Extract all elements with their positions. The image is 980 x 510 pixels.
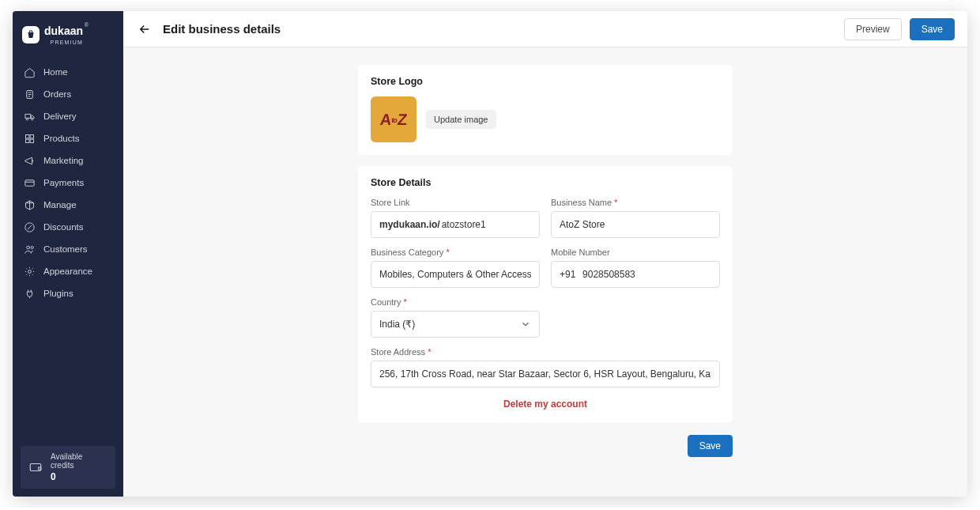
store-address-input[interactable] xyxy=(371,361,720,387)
app-shell: dukaan ® PREMIUM Home Orders Delivery Pr… xyxy=(13,11,967,497)
svg-rect-4 xyxy=(30,134,33,138)
main: Edit business details Preview Save Store… xyxy=(123,11,967,497)
store-details-card: Store Details Store Link mydukaan.io/ Bu… xyxy=(358,166,733,422)
brand-tier: PREMIUM xyxy=(44,40,83,45)
sidebar-item-customers[interactable]: Customers xyxy=(13,238,123,260)
business-name-value[interactable] xyxy=(560,219,711,230)
brand-name: dukaan xyxy=(44,25,83,37)
sidebar-item-label: Products xyxy=(43,134,79,143)
sidebar-item-label: Home xyxy=(43,67,68,77)
preview-button[interactable]: Preview xyxy=(844,18,902,40)
sidebar: dukaan ® PREMIUM Home Orders Delivery Pr… xyxy=(13,11,123,497)
brand-reg-mark: ® xyxy=(85,22,89,28)
topbar: Edit business details Preview Save xyxy=(123,11,967,47)
credits-card[interactable]: Available credits 0 xyxy=(21,446,115,489)
store-address-value[interactable] xyxy=(379,368,711,380)
topbar-actions: Preview Save xyxy=(844,18,955,40)
sidebar-item-label: Plugins xyxy=(43,289,74,298)
credits-label: Available credits xyxy=(51,452,107,470)
sidebar-item-discounts[interactable]: Discounts xyxy=(13,216,123,238)
store-link-prefix: mydukaan.io/ xyxy=(379,219,440,230)
delivery-icon xyxy=(24,111,36,123)
footer-actions: Save xyxy=(358,435,733,457)
card-title-logo: Store Logo xyxy=(371,76,720,87)
credits-value: 0 xyxy=(51,471,107,482)
field-business-name: Business Name * xyxy=(551,198,720,238)
field-business-category: Business Category * xyxy=(371,247,540,288)
label-mobile-number: Mobile Number xyxy=(551,247,720,257)
payments-icon xyxy=(24,177,36,189)
sidebar-item-label: Customers xyxy=(43,244,88,254)
content: Store Logo AtoZ Update image Store Detai… xyxy=(123,47,967,497)
store-logo-card: Store Logo AtoZ Update image xyxy=(358,65,733,155)
business-category-input[interactable] xyxy=(371,261,540,288)
chevron-down-icon xyxy=(520,319,531,330)
discounts-icon xyxy=(24,221,36,233)
svg-rect-6 xyxy=(30,139,33,142)
svg-point-2 xyxy=(31,118,33,120)
svg-rect-5 xyxy=(26,139,29,142)
sidebar-item-marketing[interactable]: Marketing xyxy=(13,149,123,172)
sidebar-item-manage[interactable]: Manage xyxy=(13,194,123,216)
business-category-value[interactable] xyxy=(379,269,531,280)
sidebar-item-products[interactable]: Products xyxy=(13,127,123,149)
home-icon xyxy=(24,66,36,78)
store-link-input[interactable]: mydukaan.io/ xyxy=(371,211,540,238)
card-title-details: Store Details xyxy=(371,177,720,188)
sidebar-item-label: Marketing xyxy=(43,156,84,165)
sidebar-item-plugins[interactable]: Plugins xyxy=(13,282,123,304)
plugins-icon xyxy=(24,288,36,300)
sidebar-nav: Home Orders Delivery Products Marketing … xyxy=(13,61,123,304)
manage-icon xyxy=(24,199,36,211)
field-country: Country * India (₹) xyxy=(371,297,540,338)
business-name-input[interactable] xyxy=(551,211,720,238)
field-store-address: Store Address * xyxy=(371,347,720,387)
sidebar-item-label: Discounts xyxy=(43,222,84,232)
label-store-link: Store Link xyxy=(371,198,540,207)
orders-icon xyxy=(24,89,36,100)
svg-point-1 xyxy=(26,118,28,120)
delete-account-link[interactable]: Delete my account xyxy=(371,399,720,410)
page-title: Edit business details xyxy=(163,22,281,36)
save-button-bottom[interactable]: Save xyxy=(688,435,733,457)
save-button-top[interactable]: Save xyxy=(910,18,955,40)
mobile-number-input[interactable]: +91 xyxy=(551,261,720,288)
back-button[interactable] xyxy=(136,21,153,38)
customers-icon xyxy=(24,244,36,255)
marketing-icon xyxy=(24,155,36,167)
sidebar-item-home[interactable]: Home xyxy=(13,61,123,83)
wallet-icon xyxy=(28,460,43,474)
appearance-icon xyxy=(24,266,36,278)
label-country: Country * xyxy=(371,297,540,307)
mobile-number-value[interactable] xyxy=(582,269,711,280)
sidebar-item-orders[interactable]: Orders xyxy=(13,83,123,105)
store-logo-image: AtoZ xyxy=(371,96,416,142)
sidebar-item-payments[interactable]: Payments xyxy=(13,172,123,194)
logo-atoz-text: AtoZ xyxy=(379,111,408,129)
sidebar-item-label: Appearance xyxy=(43,266,92,276)
field-mobile-number: Mobile Number +91 xyxy=(551,247,720,288)
label-business-name: Business Name * xyxy=(551,198,720,207)
products-icon xyxy=(24,133,36,145)
brand-logo-icon xyxy=(22,26,40,43)
svg-rect-3 xyxy=(26,134,29,138)
svg-point-11 xyxy=(28,270,32,273)
label-store-address: Store Address * xyxy=(371,347,720,357)
svg-point-10 xyxy=(31,246,33,248)
sidebar-item-label: Manage xyxy=(43,200,77,210)
country-select[interactable]: India (₹) xyxy=(371,311,540,338)
arrow-left-icon xyxy=(138,22,152,36)
store-link-value[interactable] xyxy=(442,219,531,230)
field-store-link: Store Link mydukaan.io/ xyxy=(371,198,540,238)
sidebar-item-label: Delivery xyxy=(43,111,77,121)
sidebar-item-label: Orders xyxy=(43,89,71,99)
sidebar-item-appearance[interactable]: Appearance xyxy=(13,260,123,282)
brand: dukaan ® PREMIUM xyxy=(13,21,123,56)
svg-rect-7 xyxy=(25,179,34,186)
sidebar-item-label: Payments xyxy=(43,178,84,187)
country-value: India (₹) xyxy=(379,319,415,330)
sidebar-item-delivery[interactable]: Delivery xyxy=(13,105,123,127)
label-business-category: Business Category * xyxy=(371,247,540,257)
update-image-button[interactable]: Update image xyxy=(426,110,496,129)
svg-point-9 xyxy=(27,246,30,249)
